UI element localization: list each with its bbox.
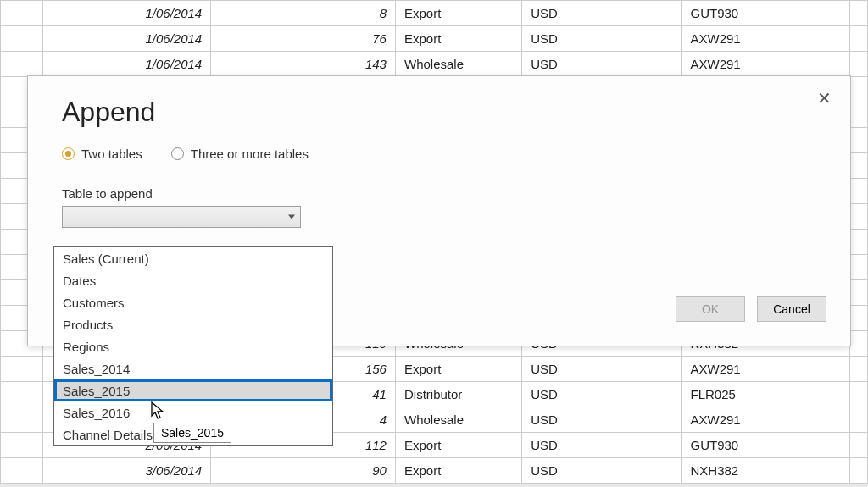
field-label: Table to append [62, 186, 826, 201]
cell [850, 255, 868, 280]
chevron-down-icon [288, 215, 295, 219]
cell [850, 306, 868, 331]
cell-date: 3/06/2014 [42, 458, 211, 484]
cell-code: AXW291 [682, 357, 850, 382]
cell-code: NXH382 [682, 458, 850, 484]
cell [850, 280, 868, 306]
cell-currency: USD [522, 407, 682, 433]
dialog-title: Append [62, 97, 826, 128]
cell [850, 52, 868, 77]
cell-channel: Export [395, 357, 521, 382]
cell-currency: USD [522, 26, 682, 52]
dropdown-option[interactable]: Customers [54, 291, 332, 313]
cell [1, 407, 43, 433]
cell-code: AXW291 [682, 26, 850, 52]
cell-channel: Export [395, 433, 521, 458]
cell-code: AXW291 [682, 52, 850, 77]
cell-channel: Wholesale [395, 52, 521, 77]
dropdown-option[interactable]: Sales_2014 [54, 357, 332, 379]
dropdown-option[interactable]: Sales_2015 [54, 379, 332, 401]
cell [1, 1, 43, 26]
radio-label: Two tables [81, 147, 142, 161]
cell [850, 204, 868, 230]
cell-currency: USD [522, 433, 682, 458]
cell-code: GUT930 [682, 433, 850, 458]
table-row[interactable]: 1/06/20148ExportUSDGUT930 [1, 1, 868, 26]
radio-label: Three or more tables [191, 147, 309, 161]
cell [1, 26, 43, 52]
radio-icon [171, 147, 184, 160]
cell-code: FLR025 [682, 382, 850, 407]
cell [850, 230, 868, 255]
cell-qty: 143 [211, 52, 396, 77]
ok-button[interactable]: OK [676, 296, 745, 322]
dropdown-option[interactable]: Dates [54, 269, 332, 291]
cell [1, 382, 43, 407]
cell [1, 433, 43, 458]
cell-date: 1/06/2014 [42, 1, 211, 26]
cell [850, 357, 868, 382]
cell-channel: Wholesale [395, 407, 521, 433]
cell-channel: Export [395, 1, 521, 26]
cell [850, 382, 868, 407]
cancel-button[interactable]: Cancel [757, 296, 826, 322]
dropdown-option[interactable]: Sales (Current) [54, 247, 332, 269]
cell-currency: USD [522, 1, 682, 26]
dropdown-option[interactable]: Sales_2016 [54, 401, 332, 423]
cell-channel: Distributor [395, 382, 521, 407]
radio-two-tables[interactable]: Two tables [62, 147, 142, 161]
cell-currency: USD [522, 382, 682, 407]
cell-code: AXW291 [682, 407, 850, 433]
cell-currency: USD [522, 357, 682, 382]
cell [850, 1, 868, 26]
cell [850, 102, 868, 128]
cell [850, 77, 868, 102]
cell [850, 26, 868, 52]
table-row[interactable]: 1/06/2014143WholesaleUSDAXW291 [1, 52, 868, 77]
table-row[interactable]: 3/06/201490ExportUSDNXH382 [1, 458, 868, 484]
cell-qty: 90 [211, 458, 396, 484]
cell-qty: 8 [211, 1, 396, 26]
radio-icon [62, 147, 75, 160]
cell-qty: 76 [211, 26, 396, 52]
cell [850, 128, 868, 153]
cell-channel: Export [395, 458, 521, 484]
cell [850, 433, 868, 458]
cell-currency: USD [522, 458, 682, 484]
cell [850, 331, 868, 357]
radio-three-or-more[interactable]: Three or more tables [171, 147, 309, 161]
cell-date: 1/06/2014 [42, 52, 211, 77]
cell-date: 1/06/2014 [42, 26, 211, 52]
dropdown-list[interactable]: Sales (Current)DatesCustomersProductsReg… [53, 246, 333, 446]
cell [850, 153, 868, 179]
dropdown-option[interactable]: Products [54, 313, 332, 335]
cell [850, 458, 868, 484]
cell [1, 357, 43, 382]
cell [850, 407, 868, 433]
dropdown-option[interactable]: Regions [54, 335, 332, 357]
radio-group: Two tables Three or more tables [62, 147, 826, 161]
table-row[interactable]: 1/06/201476ExportUSDAXW291 [1, 26, 868, 52]
tooltip: Sales_2015 [153, 423, 231, 443]
cell [1, 458, 43, 484]
dialog-buttons: OK Cancel [676, 296, 826, 322]
cell [1, 52, 43, 77]
cell-channel: Export [395, 26, 521, 52]
table-select[interactable] [62, 206, 301, 228]
cell [850, 179, 868, 204]
cell-code: GUT930 [682, 1, 850, 26]
cell-currency: USD [522, 52, 682, 77]
close-icon[interactable]: ✕ [817, 90, 832, 107]
